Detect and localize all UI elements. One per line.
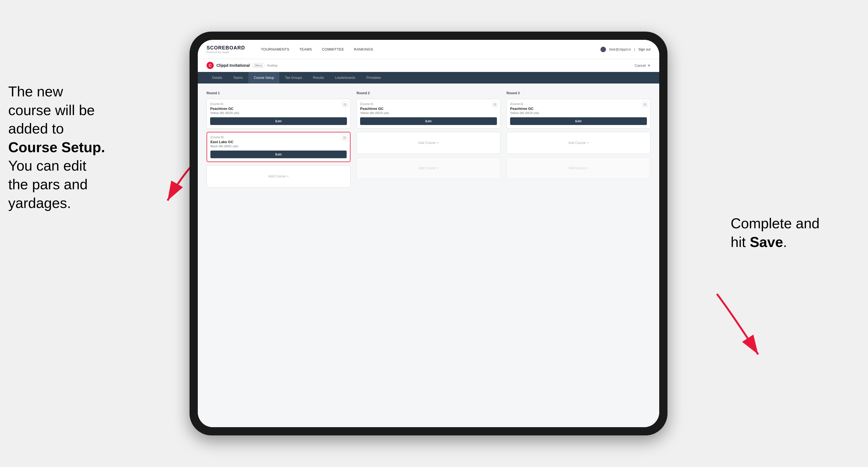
- nav-rankings[interactable]: RANKINGS: [349, 40, 378, 59]
- round1-course-a-edit[interactable]: Edit: [210, 117, 347, 125]
- c-logo: C: [207, 62, 214, 69]
- tournament-name: Clippd Invitational: [216, 63, 250, 68]
- tab-details[interactable]: Details: [207, 72, 228, 84]
- round2-course-a-tag: (Course A): [360, 102, 497, 105]
- round2-add-course-2: Add Course +: [356, 157, 500, 179]
- round3-course-a-name: Peachtree GC: [510, 106, 647, 111]
- round-3-label: Round 3: [506, 91, 650, 95]
- round3-course-a-delete[interactable]: ⊟: [642, 101, 648, 107]
- round1-course-b-tag: (Course B): [210, 136, 347, 139]
- hosting-badge: Hosting: [267, 64, 277, 67]
- cancel-button[interactable]: Cancel ✕: [635, 63, 650, 68]
- round2-course-a-card: (Course A) Peachtree GC Yellow (M) (6629…: [356, 99, 500, 129]
- round-2-column: Round 2 (Course A) Peachtree GC Yellow (…: [356, 91, 500, 191]
- round3-add-course-1[interactable]: Add Course +: [506, 132, 650, 154]
- tablet-screen: SCOREBOARD Powered by clippd TOURNAMENTS…: [198, 40, 659, 427]
- user-email: blair@clippd.io: [609, 48, 631, 51]
- tab-leaderboards[interactable]: Leaderboards: [329, 72, 361, 84]
- round1-course-b-name: East Lake GC: [210, 140, 347, 144]
- tab-tee-groups[interactable]: Tee Groups: [279, 72, 307, 84]
- rounds-container: Round 1 (Course A) Peachtree GC Yellow (…: [207, 91, 650, 191]
- round1-course-a-details: Yellow (M) (6629 yds): [210, 111, 347, 115]
- round1-course-a-name: Peachtree GC: [210, 106, 347, 111]
- round3-course-a-tag: (Course A): [510, 102, 647, 105]
- round1-course-a-delete[interactable]: ⊟: [342, 101, 348, 107]
- round1-course-b-edit[interactable]: Edit: [210, 151, 347, 158]
- nav-right: blair@clippd.io | Sign out: [600, 47, 650, 52]
- round-1-column: Round 1 (Course A) Peachtree GC Yellow (…: [207, 91, 350, 191]
- round1-course-b-card: (Course B) East Lake GC Black (M) (6891 …: [207, 132, 350, 162]
- tab-results[interactable]: Results: [307, 72, 329, 84]
- tablet: SCOREBOARD Powered by clippd TOURNAMENTS…: [189, 32, 668, 435]
- round2-course-a-edit[interactable]: Edit: [360, 117, 497, 125]
- user-avatar: [600, 47, 606, 52]
- right-arrow: [701, 288, 777, 365]
- sign-out-link[interactable]: Sign out: [639, 48, 650, 51]
- tab-course-setup[interactable]: Course Setup: [248, 72, 279, 84]
- round1-course-b-delete[interactable]: ⊟: [342, 134, 348, 141]
- round-3-column: Round 3 (Course A) Peachtree GC Yellow (…: [506, 91, 650, 191]
- tab-printables[interactable]: Printables: [361, 72, 386, 84]
- round1-course-b-details: Black (M) (6891 yds): [210, 145, 347, 148]
- nav-tournaments[interactable]: TOURNAMENTS: [256, 40, 294, 59]
- round-2-label: Round 2: [356, 91, 500, 95]
- nav-teams[interactable]: TEAMS: [294, 40, 317, 59]
- round2-course-a-details: Yellow (M) (6629 yds): [360, 111, 497, 115]
- sub-header: C Clippd Invitational (Men) Hosting Canc…: [198, 59, 659, 72]
- right-annotation: Complete and hit Save.: [731, 214, 846, 251]
- round3-course-a-card: (Course A) Peachtree GC Yellow (M) (6629…: [506, 99, 650, 129]
- left-annotation: The new course will be added to Course S…: [8, 83, 167, 212]
- round1-add-course[interactable]: Add Course +: [207, 165, 350, 187]
- round2-add-course-1[interactable]: Add Course +: [356, 132, 500, 154]
- round1-course-a-card: (Course A) Peachtree GC Yellow (M) (6629…: [207, 99, 350, 129]
- nav-separator: |: [634, 48, 635, 51]
- brand: SCOREBOARD Powered by clippd: [207, 45, 245, 54]
- round3-course-a-details: Yellow (M) (6629 yds): [510, 111, 647, 115]
- round-1-label: Round 1: [207, 91, 350, 95]
- brand-sub: Powered by clippd: [207, 51, 245, 54]
- round2-course-a-delete[interactable]: ⊟: [492, 101, 498, 107]
- nav-committee[interactable]: COMMITTEE: [317, 40, 349, 59]
- tab-bar: Details Teams Course Setup Tee Groups Re…: [198, 72, 659, 84]
- nav-links: TOURNAMENTS TEAMS COMMITTEE RANKINGS: [256, 40, 600, 59]
- brand-logo: SCOREBOARD: [207, 45, 245, 51]
- top-nav: SCOREBOARD Powered by clippd TOURNAMENTS…: [198, 40, 659, 59]
- round2-course-a-name: Peachtree GC: [360, 106, 497, 111]
- round3-add-course-2: Add Course +: [506, 157, 650, 179]
- tournament-gender: (Men): [252, 63, 264, 68]
- tab-teams[interactable]: Teams: [228, 72, 248, 84]
- round3-course-a-edit[interactable]: Edit: [510, 117, 647, 125]
- tournament-info: C Clippd Invitational (Men) Hosting: [207, 62, 277, 69]
- main-content: Round 1 (Course A) Peachtree GC Yellow (…: [198, 84, 659, 427]
- round1-course-a-tag: (Course A): [210, 102, 347, 105]
